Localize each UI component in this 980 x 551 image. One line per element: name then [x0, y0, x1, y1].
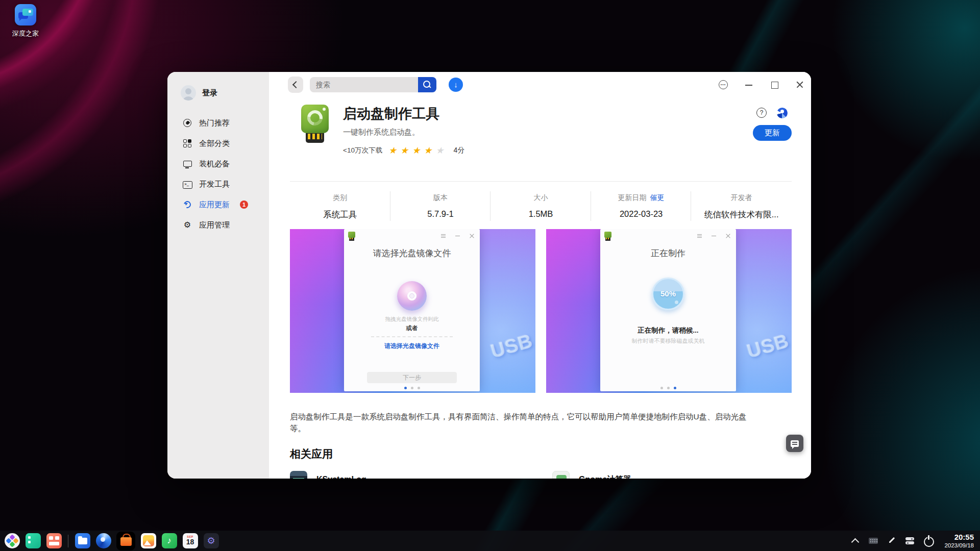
grid-icon — [183, 139, 192, 148]
toggles-icon[interactable] — [905, 536, 915, 545]
system-tray: 20:55 2023/09/18 — [850, 532, 976, 549]
launcher-icon[interactable] — [4, 533, 20, 549]
app-store-window: 登录 热门推荐 全部分类 装机必备 开发工具 应用更新 1 — [167, 72, 811, 479]
file-manager-icon[interactable] — [75, 533, 90, 549]
progress-circle: 50% — [652, 278, 684, 310]
clock[interactable]: 20:55 2023/09/18 — [944, 532, 974, 549]
maximize-icon[interactable] — [769, 80, 779, 90]
screenshot-app-window: 请选择光盘镜像文件 拖拽光盘镜像文件到此 或者 请选择光盘镜像文件 下一步 — [344, 229, 480, 391]
usb-3d-letters: USB — [745, 330, 792, 362]
comment-icon — [791, 440, 799, 447]
search-bar — [310, 77, 436, 92]
dock: ♪ SEP 18 ⚙ — [4, 532, 219, 550]
rating-stars — [388, 146, 448, 155]
hamburger-icon — [440, 233, 446, 239]
sidebar-item-app-manager[interactable]: ⚙ 应用管理 — [167, 215, 269, 235]
desktop-shortcut-deepin-home[interactable]: 深度之家 — [7, 4, 44, 38]
refresh-icon — [183, 200, 192, 209]
taskbar: ♪ SEP 18 ⚙ 20:55 2023/09/18 — [0, 531, 980, 551]
deepin-home-icon — [15, 4, 36, 26]
related-app-ksystemlog[interactable]: KSystemLog — [290, 471, 366, 479]
app-icon — [301, 105, 329, 155]
dock-separator — [68, 535, 68, 547]
sidebar-item-label: 应用更新 — [199, 200, 230, 210]
related-app-gnome-calculator[interactable]: Gnome计算器 — [552, 471, 631, 479]
drop-hint: 拖拽光盘镜像文件到此 — [344, 316, 480, 323]
app-store-icon[interactable] — [116, 532, 135, 550]
tray-expand-icon[interactable] — [850, 536, 860, 545]
cd-disc-icon — [397, 281, 427, 311]
login-button[interactable]: 登录 — [181, 85, 269, 101]
mini-app-icon — [348, 232, 355, 241]
download-count: <10万次下载 — [343, 146, 382, 155]
progress-status: 正在制作，请稍候... — [600, 326, 736, 335]
update-count-badge: 1 — [240, 201, 248, 209]
next-step-button: 下一步 — [367, 372, 457, 383]
app-description: 启动盘制作工具是一款系统启动盘制作工具，具有界面简洁、操作简单的特点，它可以帮助… — [290, 411, 750, 435]
app-info-row: 类别 系统工具 版本 5.7.9-1 大小 1.5MB 更新日期催更 2022-… — [290, 189, 792, 220]
dashed-divider — [371, 336, 453, 337]
mini-app-icon — [604, 232, 611, 241]
screenshot-1[interactable]: USB 请选择光盘镜像文件 拖拽光盘镜像文件到此 — [290, 229, 535, 393]
hamburger-icon — [697, 233, 702, 239]
sidebar-item-dev-tools[interactable]: 开发工具 — [167, 174, 269, 194]
minimize-icon[interactable] — [744, 80, 754, 90]
progress-warning: 制作时请不要移除磁盘或关机 — [600, 337, 736, 345]
info-category: 类别 系统工具 — [290, 189, 390, 220]
multitasking-icon[interactable] — [46, 533, 62, 549]
menu-icon[interactable] — [718, 80, 728, 90]
down-arrow-icon: ↓ — [454, 80, 458, 89]
control-center-icon[interactable]: ⚙ — [203, 533, 219, 549]
screenshot-2[interactable]: USB 正在制作 50% 正在制作，请稍候... — [546, 229, 792, 393]
usb-3d-letters: USB — [488, 330, 535, 362]
sidebar-item-updates[interactable]: 应用更新 1 — [167, 194, 269, 215]
browser-icon[interactable] — [95, 533, 111, 549]
avatar — [181, 85, 196, 101]
sidebar-item-categories[interactable]: 全部分类 — [167, 133, 269, 154]
deepin-logo-icon[interactable] — [777, 108, 788, 118]
workspaces-icon[interactable] — [25, 533, 41, 549]
urge-update-link[interactable]: 催更 — [650, 193, 665, 202]
music-icon[interactable]: ♪ — [161, 533, 177, 549]
feedback-button[interactable] — [786, 435, 803, 452]
minimize-icon — [711, 233, 717, 239]
rating-label: 4分 — [454, 146, 465, 155]
update-button[interactable]: 更新 — [753, 125, 792, 141]
back-button[interactable] — [288, 77, 303, 93]
close-icon[interactable] — [795, 80, 805, 90]
info-version: 版本 5.7.9-1 — [390, 189, 491, 220]
screenshot-title: 请选择光盘镜像文件 — [344, 247, 480, 259]
screenshot-app-window: 正在制作 50% 正在制作，请稍候... 制作时请不要移除磁盘或关机 — [600, 229, 736, 391]
download-manager-button[interactable]: ↓ — [449, 78, 463, 92]
chat-bubble-icon — [22, 9, 33, 16]
gear-icon: ⚙ — [183, 220, 192, 230]
window-controls — [718, 80, 805, 90]
power-icon[interactable] — [924, 536, 933, 545]
divider — [290, 181, 792, 182]
search-input[interactable] — [310, 77, 418, 92]
keyboard-icon[interactable] — [869, 536, 878, 545]
sidebar-item-label: 全部分类 — [199, 139, 230, 148]
sidebar-item-hot[interactable]: 热门推荐 — [167, 113, 269, 133]
search-icon[interactable] — [418, 77, 436, 92]
app-title: 启动盘制作工具 — [343, 105, 464, 123]
calculator-icon — [552, 471, 570, 479]
monitor-icon — [183, 159, 192, 168]
or-label: 或者 — [344, 324, 480, 332]
app-subtitle: 一键制作系统启动盘。 — [343, 128, 464, 137]
clock-date: 2023/09/18 — [944, 542, 974, 549]
login-label: 登录 — [202, 88, 217, 98]
help-icon[interactable]: ? — [756, 108, 767, 118]
photos-icon[interactable] — [140, 533, 156, 549]
shortcut-label: 深度之家 — [7, 29, 44, 38]
minimize-icon — [455, 233, 460, 239]
calendar-icon[interactable]: SEP 18 — [182, 533, 198, 549]
sidebar-item-label: 装机必备 — [199, 159, 230, 169]
input-pen-icon[interactable] — [887, 536, 896, 545]
desktop: 深度之家 登录 热门推荐 全部分类 装机必备 开发工具 — [0, 0, 980, 551]
sidebar-item-essentials[interactable]: 装机必备 — [167, 154, 269, 174]
close-icon — [469, 233, 475, 239]
carousel-dots — [600, 387, 736, 389]
terminal-icon — [183, 180, 192, 189]
app-actions: ? 更新 — [753, 108, 792, 141]
